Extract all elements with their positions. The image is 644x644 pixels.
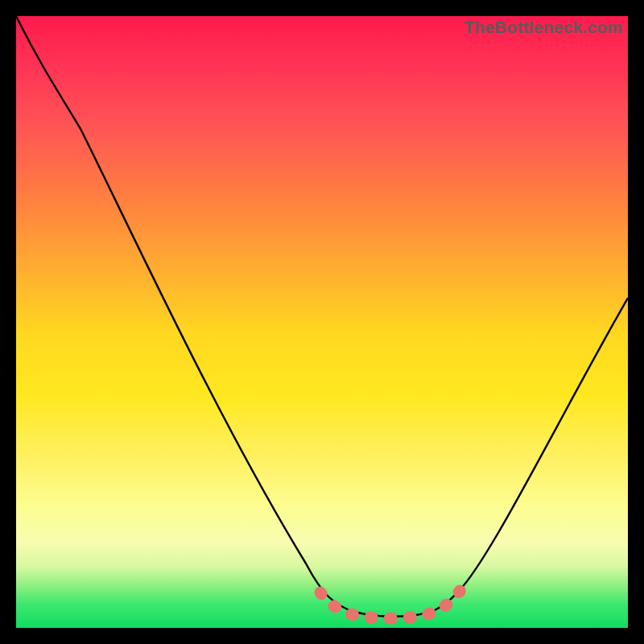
bottleneck-curve	[16, 16, 628, 617]
chart-frame: TheBottleneck.com	[0, 0, 644, 644]
chart-svg	[16, 16, 628, 628]
highlight-zone-stroke	[320, 586, 464, 618]
plot-area: TheBottleneck.com	[16, 16, 628, 628]
